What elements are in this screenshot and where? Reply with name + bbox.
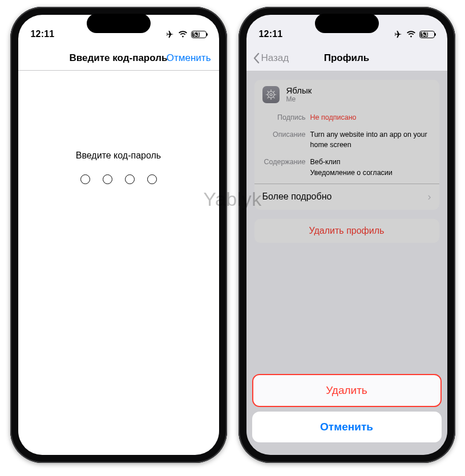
contents-value-2: Уведомление о согласии — [310, 168, 393, 178]
passcode-dot — [147, 174, 157, 184]
passcode-dot — [103, 174, 112, 184]
nav-bar: Введите код-пароль Отменить — [18, 46, 219, 71]
dynamic-island — [87, 14, 151, 33]
delete-profile-section: Удалить профиль — [254, 219, 439, 243]
description-label: Описание — [262, 129, 310, 150]
battery-icon: 53 — [191, 31, 207, 38]
chevron-left-icon — [253, 52, 260, 64]
dynamic-island — [315, 14, 379, 33]
profile-content: Яблык Me Подпись Не подписано Описание T… — [246, 71, 447, 455]
screen-passcode: 12:11 53 Введите код-пароль Отменить Вве… — [18, 15, 219, 455]
svg-line-8 — [267, 97, 268, 98]
battery-percent: 53 — [420, 31, 434, 38]
sheet-delete-button[interactable]: Удалить — [252, 374, 442, 407]
contents-value-1: Веб-клип — [310, 157, 341, 167]
back-label: Назад — [261, 52, 289, 64]
status-time: 12:11 — [31, 29, 65, 39]
svg-line-9 — [273, 91, 274, 92]
passcode-prompt: Введите код-пароль — [76, 150, 161, 161]
contents-row: Содержание Веб-клип — [254, 153, 439, 167]
wifi-icon — [178, 31, 188, 38]
profile-publisher: Me — [286, 95, 312, 103]
passcode-dots[interactable] — [80, 174, 157, 184]
status-time: 12:11 — [259, 29, 293, 39]
more-details-row[interactable]: Более подробно › — [254, 184, 439, 210]
passcode-area: Введите код-пароль — [18, 71, 219, 455]
back-button[interactable]: Назад — [253, 52, 289, 64]
wifi-icon — [406, 31, 416, 38]
more-details-label: Более подробно — [262, 192, 332, 202]
svg-point-1 — [270, 93, 272, 96]
sheet-cancel-button[interactable]: Отменить — [252, 412, 442, 442]
airplane-icon — [165, 30, 175, 38]
status-icons: 53 — [165, 30, 207, 38]
description-value: Turn any website into an app on your hom… — [310, 129, 431, 150]
screen-profile: 12:11 53 Назад Профиль — [246, 15, 447, 455]
status-icons: 53 — [394, 30, 435, 38]
battery-percent: 53 — [192, 31, 206, 38]
nav-bar: Назад Профиль — [246, 46, 447, 71]
svg-point-0 — [268, 91, 274, 97]
passcode-dot — [125, 174, 135, 184]
airplane-icon — [394, 30, 403, 38]
phone-frame-right: 12:11 53 Назад Профиль — [238, 7, 455, 463]
profile-name: Яблык — [286, 86, 312, 95]
action-sheet: Удалить Отменить — [246, 374, 447, 455]
chevron-right-icon: › — [428, 191, 431, 203]
contents-row-2: Уведомление о согласии — [254, 168, 439, 184]
cancel-button[interactable]: Отменить — [167, 52, 211, 64]
svg-line-6 — [267, 91, 268, 92]
profile-info-section: Яблык Me Подпись Не подписано Описание T… — [254, 80, 439, 210]
signature-value: Не подписано — [310, 112, 357, 123]
passcode-dot — [80, 174, 90, 184]
gear-icon — [262, 86, 280, 103]
phone-frame-left: 12:11 53 Введите код-пароль Отменить Вве… — [10, 7, 227, 463]
profile-header: Яблык Me — [254, 80, 439, 109]
svg-line-7 — [273, 97, 274, 98]
signature-label: Подпись — [262, 112, 310, 123]
delete-profile-button[interactable]: Удалить профиль — [254, 219, 439, 243]
contents-label: Содержание — [262, 157, 310, 167]
signature-row: Подпись Не подписано — [254, 109, 439, 126]
battery-icon: 53 — [419, 31, 435, 38]
description-row: Описание Turn any website into an app on… — [254, 126, 439, 153]
